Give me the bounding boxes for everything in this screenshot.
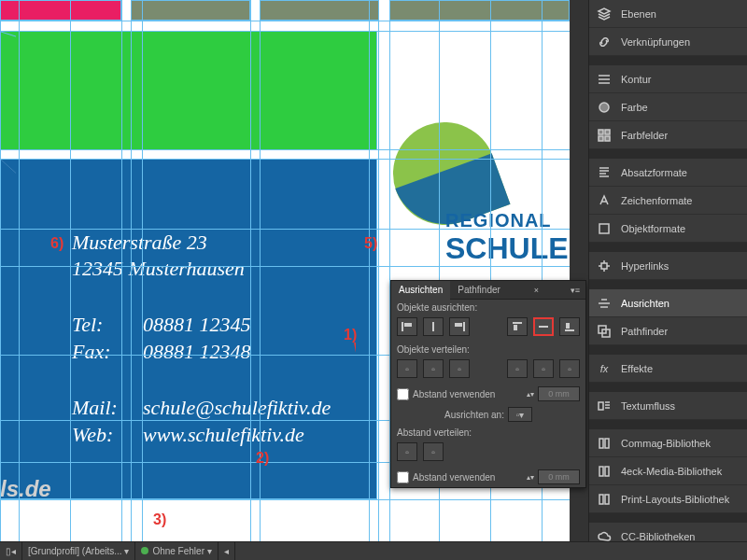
dist-vcenter-button[interactable]: ▫ <box>423 359 444 378</box>
tab-pathfinder[interactable]: Pathfinder <box>450 281 508 300</box>
scroll-left-icon[interactable]: ◂ <box>218 542 235 561</box>
spacing-field[interactable] <box>538 469 580 484</box>
object-styles-icon <box>595 219 613 238</box>
panel-kontur[interactable]: Kontur <box>589 65 747 93</box>
hyperlinks-icon <box>595 257 613 275</box>
panel-dock: Ebenen Verknüpfungen Kontur Farbe Farbfe… <box>588 0 747 541</box>
svg-line-6 <box>273 439 286 449</box>
preflight-status[interactable]: Ohne Fehler ▾ <box>135 542 218 561</box>
spacing-field[interactable] <box>538 386 580 401</box>
svg-rect-13 <box>599 136 603 141</box>
annotation-marker: 2) <box>256 450 269 467</box>
stroke-icon <box>595 70 613 89</box>
align-bottom-button[interactable] <box>559 317 580 336</box>
svg-line-4 <box>355 343 356 356</box>
color-icon <box>595 98 613 117</box>
section-label: Objekte verteilen: <box>391 342 585 357</box>
panel-zeichenformate[interactable]: Zeichenformate <box>589 187 747 215</box>
links-icon <box>595 33 613 51</box>
svg-line-0 <box>1 32 16 47</box>
annotation-marker: 3) <box>153 511 166 528</box>
svg-line-8 <box>527 303 536 315</box>
profile-dropdown[interactable]: [Grundprofil] (Arbeits... ▾ <box>22 542 135 561</box>
address-line[interactable]: Musterstraße 23 <box>72 231 207 255</box>
dist-left-button[interactable]: ▫ <box>507 359 528 378</box>
svg-line-2 <box>1 160 16 175</box>
panel-ebenen[interactable]: Ebenen <box>589 0 747 28</box>
align-right-button[interactable] <box>449 317 470 336</box>
swatches-icon <box>595 126 613 145</box>
library-icon <box>595 490 613 509</box>
page-nav-icon[interactable]: ▯◂ <box>0 542 22 561</box>
panel-effekte[interactable]: fxEffekte <box>589 355 747 383</box>
panel-4eck-lib[interactable]: 4eck-Media-Bibliothek <box>589 457 747 485</box>
panel-hyperlinks[interactable]: Hyperlinks <box>589 252 747 280</box>
green-rect[interactable] <box>0 31 377 150</box>
panel-absatzformate[interactable]: Absatzformate <box>589 159 747 187</box>
fax-value[interactable]: 08881 12348 <box>143 340 251 364</box>
align-to-dropdown[interactable]: ▫▾ <box>508 407 532 422</box>
address-line[interactable]: 12345 Musterhausen <box>72 257 245 281</box>
svg-point-10 <box>599 103 609 112</box>
library-icon <box>595 462 613 481</box>
mail-value[interactable]: schule@schulefiktiv.de <box>143 396 331 420</box>
logo-text: SCHULE <box>445 231 569 266</box>
status-dot-icon <box>141 547 148 554</box>
align-left-button[interactable] <box>397 317 417 336</box>
web-label[interactable]: Web: <box>72 423 113 447</box>
panel-verknuepfungen[interactable]: Verknüpfungen <box>589 28 747 56</box>
dist-hcenter-button[interactable]: ▫ <box>533 359 554 378</box>
use-spacing-label: Abstand verwenden <box>413 472 495 483</box>
svg-rect-12 <box>605 130 610 134</box>
image-frame[interactable] <box>131 0 250 21</box>
align-hcenter-button[interactable] <box>423 317 444 336</box>
paragraph-styles-icon <box>595 163 613 182</box>
align-top-button[interactable] <box>507 317 528 336</box>
dist-vspacing-button[interactable]: ▫ <box>397 442 417 461</box>
dist-top-button[interactable]: ▫ <box>397 359 417 378</box>
panel-menu-icon[interactable]: ▾≡ <box>565 286 585 295</box>
dist-bottom-button[interactable]: ▫ <box>449 359 470 378</box>
section-label: Abstand verteilen: <box>391 425 585 441</box>
character-styles-icon <box>595 191 613 210</box>
align-to-label: Ausrichten an: <box>444 410 504 420</box>
use-spacing-checkbox[interactable] <box>397 471 409 483</box>
panel-ausrichten[interactable]: Ausrichten <box>589 289 747 317</box>
panel-close-icon[interactable]: × <box>529 286 544 295</box>
svg-rect-18 <box>599 402 603 410</box>
dist-hspacing-button[interactable]: ▫ <box>423 442 444 461</box>
tab-align[interactable]: Ausrichten <box>391 281 450 300</box>
panel-pathfinder[interactable]: Pathfinder <box>589 317 747 345</box>
use-spacing-checkbox[interactable] <box>397 388 409 400</box>
fx-icon: fx <box>595 359 613 378</box>
svg-rect-11 <box>599 130 603 134</box>
svg-rect-15 <box>599 224 609 233</box>
image-frame[interactable] <box>260 0 379 21</box>
use-spacing-label: Abstand verwenden <box>413 389 495 399</box>
section-label: Objekte ausrichten: <box>391 300 585 315</box>
tel-label[interactable]: Tel: <box>72 313 103 337</box>
panel-commag-lib[interactable]: Commag-Bibliothek <box>589 429 747 457</box>
align-vcenter-button[interactable] <box>533 317 554 336</box>
logo-frame[interactable]: REGIONAL SCHULE <box>389 117 570 266</box>
align-panel[interactable]: Ausrichten Pathfinder × ▾≡ Objekte ausri… <box>390 280 586 488</box>
dist-right-button[interactable]: ▫ <box>559 359 580 378</box>
image-frame[interactable] <box>389 0 570 21</box>
blue-text-frame[interactable]: Musterstraße 23 12345 Musterhausen Tel: … <box>0 159 377 499</box>
panel-farbfelder[interactable]: Farbfelder <box>589 121 747 149</box>
align-icon <box>595 294 613 313</box>
annotation-marker: 5) <box>364 235 377 252</box>
status-bar: ▯◂ [Grundprofil] (Arbeits... ▾ Ohne Fehl… <box>0 541 747 560</box>
mail-label[interactable]: Mail: <box>72 396 118 420</box>
panel-farbe[interactable]: Farbe <box>589 93 747 121</box>
panel-textumfluss[interactable]: Textumfluss <box>589 392 747 420</box>
layers-icon <box>595 5 613 23</box>
pathfinder-icon <box>595 322 613 341</box>
svg-rect-14 <box>605 136 610 141</box>
panel-objektformate[interactable]: Objektformate <box>589 215 747 243</box>
panel-print-lib[interactable]: Print-Layouts-Bibliothek <box>589 485 747 513</box>
text-wrap-icon <box>595 397 613 415</box>
annotation-marker: 6) <box>50 235 63 252</box>
fax-label[interactable]: Fax: <box>72 340 111 364</box>
tel-value[interactable]: 08881 12345 <box>143 313 251 337</box>
